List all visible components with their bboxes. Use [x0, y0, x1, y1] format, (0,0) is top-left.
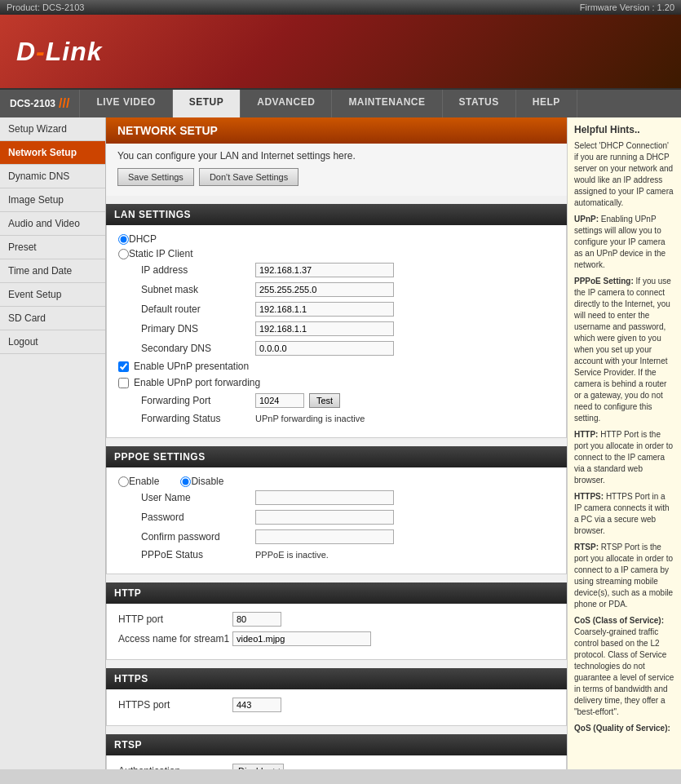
static-ip-label: Static IP Client [129, 248, 192, 259]
upnp-presentation-row: Enable UPnP presentation [118, 361, 555, 372]
sidebar-item-time-date[interactable]: Time and Date [0, 259, 105, 283]
ip-address-input[interactable] [255, 263, 394, 277]
nav-advanced[interactable]: ADVANCED [241, 90, 332, 117]
hints-pppoe: PPPoE Setting: If you use the IP camera … [574, 276, 674, 424]
sidebar-item-sd-card[interactable]: SD Card [0, 307, 105, 330]
pppoe-password-label: Password [141, 512, 255, 523]
sidebar-item-dynamic-dns[interactable]: Dynamic DNS [0, 165, 105, 188]
pppoe-disable-radio[interactable] [180, 476, 191, 487]
primary-dns-label: Primary DNS [141, 323, 255, 334]
pppoe-username-row: User Name [141, 490, 555, 505]
pppoe-section-header: PPPOE SETTINGS [106, 446, 567, 467]
action-buttons: Save Settings Don't Save Settings [117, 168, 555, 186]
static-ip-radio-row: Static IP Client [118, 248, 555, 259]
upnp-forwarding-checkbox[interactable] [118, 378, 129, 388]
primary-dns-input[interactable] [255, 321, 394, 336]
pppoe-confirm-password-row: Confirm password [141, 529, 555, 544]
pppoe-confirm-password-input[interactable] [255, 529, 394, 544]
pppoe-status-value: PPPoE is inactive. [255, 550, 329, 560]
subnet-mask-row: Subnet mask [141, 282, 555, 297]
rtsp-form-section: Authentication Disable RTSP port Access … [106, 755, 567, 769]
dhcp-radio-row: DHCP [118, 233, 555, 245]
nav-bar: DCS-2103 /// LIVE VIDEO SETUP ADVANCED M… [0, 88, 681, 117]
nav-brand-dividers: /// [59, 96, 69, 111]
pppoe-status-label: PPPoE Status [141, 549, 255, 560]
hints-https-label: HTTPS: [574, 492, 604, 501]
secondary-dns-input[interactable] [255, 341, 394, 356]
http-access-name-input[interactable] [232, 631, 371, 646]
nav-live-video[interactable]: LIVE VIDEO [80, 90, 172, 117]
pppoe-fields: User Name Password Confirm password PPPo… [118, 490, 555, 560]
http-access-name-label: Access name for stream1 [118, 633, 232, 644]
sidebar: Setup Wizard Network Setup Dynamic DNS I… [0, 117, 106, 769]
sidebar-item-audio-video[interactable]: Audio and Video [0, 212, 105, 236]
dhcp-radio[interactable] [118, 234, 129, 245]
firmware-label: Firmware Version : 1.20 [580, 2, 674, 12]
sidebar-item-image-setup[interactable]: Image Setup [0, 188, 105, 212]
sidebar-item-setup-wizard[interactable]: Setup Wizard [0, 117, 105, 141]
secondary-dns-label: Secondary DNS [141, 343, 255, 354]
default-router-input[interactable] [255, 302, 394, 317]
nav-setup[interactable]: SETUP [173, 90, 241, 117]
nav-brand: DCS-2103 /// [0, 90, 80, 117]
sidebar-item-logout[interactable]: Logout [0, 330, 105, 354]
hints-dhcp: Select 'DHCP Connection' if you are runn… [574, 140, 674, 209]
hints-panel: Helpful Hints.. Select 'DHCP Connection'… [567, 117, 681, 769]
sidebar-item-preset[interactable]: Preset [0, 236, 105, 259]
test-button[interactable]: Test [309, 393, 340, 408]
upnp-presentation-label: Enable UPnP presentation [134, 361, 249, 372]
https-port-row: HTTPS port [118, 698, 555, 712]
hints-pppoe-label: PPPoE Setting: [574, 277, 634, 286]
http-access-name-row: Access name for stream1 [118, 631, 555, 646]
hints-cos-text: Coarsely-grained traffic control based o… [574, 627, 674, 716]
upnp-presentation-checkbox[interactable] [118, 361, 129, 372]
dont-save-settings-button[interactable]: Don't Save Settings [199, 168, 298, 186]
content-inner: You can configure your LAN and Internet … [106, 144, 567, 196]
http-section-header: HTTP [106, 582, 567, 604]
http-port-label: HTTP port [118, 613, 232, 625]
hints-cos-label: CoS (Class of Service): [574, 616, 664, 625]
primary-dns-row: Primary DNS [141, 321, 555, 336]
hints-title: Helpful Hints.. [574, 124, 674, 135]
lan-form-section: DHCP Static IP Client IP address Subnet … [106, 225, 567, 438]
hints-rtsp: RTSP: RTSP Port is the port you allocate… [574, 542, 674, 610]
sidebar-item-network-setup[interactable]: Network Setup [0, 141, 105, 165]
ip-address-label: IP address [141, 264, 255, 276]
pppoe-enable-label: Enable [129, 476, 159, 487]
main-layout: Setup Wizard Network Setup Dynamic DNS I… [0, 117, 681, 769]
pppoe-confirm-password-label: Confirm password [141, 531, 255, 543]
pppoe-disable-label: Disable [191, 476, 223, 487]
pppoe-password-input[interactable] [255, 510, 394, 525]
pppoe-form-section: Enable Disable User Name Password Confir… [106, 467, 567, 574]
default-router-row: Default router [141, 302, 555, 317]
hints-cos: CoS (Class of Service): Coarsely-grained… [574, 615, 674, 718]
http-port-input[interactable] [232, 612, 281, 627]
https-port-input[interactable] [232, 698, 281, 712]
static-ip-fields: IP address Subnet mask Default router Pr… [118, 263, 555, 356]
subnet-mask-label: Subnet mask [141, 284, 255, 295]
rtsp-auth-select[interactable]: Disable [232, 764, 284, 769]
logo: D-Link [16, 37, 103, 67]
subnet-mask-input[interactable] [255, 282, 394, 297]
hints-http-label: HTTP: [574, 430, 598, 439]
nav-status[interactable]: STATUS [443, 90, 516, 117]
https-section-header: HTTPS [106, 668, 567, 689]
upnp-forwarding-label: Enable UPnP port forwarding [134, 377, 260, 388]
sidebar-item-event-setup[interactable]: Event Setup [0, 283, 105, 307]
hints-qos-label: QoS (Quality of Service): [574, 724, 670, 733]
logo-bar: D-Link [0, 15, 681, 88]
forwarding-status-value: UPnP forwarding is inactive [255, 414, 365, 423]
secondary-dns-row: Secondary DNS [141, 341, 555, 356]
hints-http: HTTP: HTTP Port is the port you allocate… [574, 429, 674, 486]
nav-maintenance[interactable]: MAINTENANCE [332, 90, 442, 117]
product-label: Product: DCS-2103 [7, 2, 84, 12]
hints-rtsp-text: RTSP Port is the port you allocate in or… [574, 543, 673, 609]
http-port-row: HTTP port [118, 612, 555, 627]
nav-help[interactable]: HELP [516, 90, 577, 117]
save-settings-button[interactable]: Save Settings [117, 168, 194, 186]
upnp-forwarding-fields: Forwarding Port Test Forwarding Status U… [118, 393, 555, 424]
pppoe-enable-radio[interactable] [118, 476, 129, 487]
pppoe-username-input[interactable] [255, 490, 394, 505]
static-ip-radio[interactable] [118, 249, 129, 259]
forwarding-port-input[interactable] [255, 393, 304, 408]
